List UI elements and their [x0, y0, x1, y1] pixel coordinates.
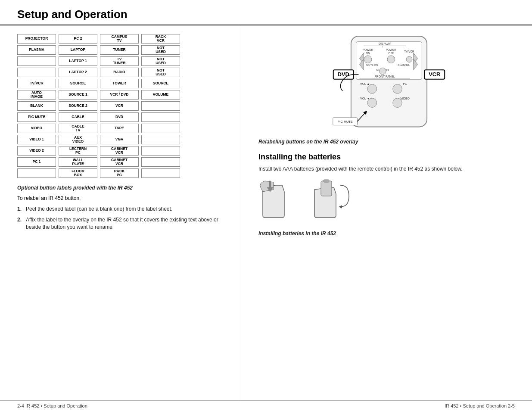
btn-tv-tuner: TVTUNER — [100, 56, 139, 66]
btn-laptop: LAPTOP — [59, 45, 97, 55]
btn-video2: VIDEO 2 — [17, 146, 56, 156]
svg-text:OFF: OFF — [388, 52, 394, 55]
main-content: PROJECTOR PC 2 CAMPUSTV RACKVCR PLASMA L… — [0, 25, 532, 400]
steps-list: 1. Peel the desired label (can be a blan… — [17, 206, 228, 230]
btn-radio: RADIO — [100, 68, 139, 77]
btn-plasma: PLASMA — [17, 45, 56, 55]
btn-vcr-dvd: VCR / DVD — [100, 90, 139, 100]
btn-source-r: SOURCE — [141, 79, 180, 88]
svg-point-11 — [387, 56, 395, 63]
btn-empty-2 — [17, 68, 56, 77]
right-column: DISPLAY POWER ON POWER OFF TV/VCR MU — [241, 25, 532, 400]
btn-vga: VGA — [100, 135, 139, 144]
step-2-content: Affix the label to the overlay on the IR… — [26, 216, 228, 231]
btn-rack-vcr: RACKVCR — [141, 34, 180, 44]
svg-point-30 — [392, 98, 402, 108]
batteries-body-text: Install two AAA batteries (provided with… — [258, 165, 519, 173]
svg-text:VOL ▲: VOL ▲ — [360, 82, 370, 85]
btn-tape: TAPE — [100, 124, 139, 133]
svg-text:VIDEO: VIDEO — [400, 97, 409, 100]
svg-text:POWER: POWER — [363, 48, 373, 51]
btn-lectern-pc: LECTERNPC — [59, 146, 97, 156]
footer-right-text: IR 452 • Setup and Operation 2-5 — [445, 403, 515, 408]
btn-pc2: PC 2 — [59, 34, 97, 44]
svg-point-25 — [367, 84, 377, 94]
page-header: Setup and Operation — [0, 0, 532, 25]
svg-text:PC: PC — [403, 82, 407, 85]
page-container: Setup and Operation PROJECTOR PC 2 CAMPU… — [0, 0, 532, 411]
svg-text:ON: ON — [366, 52, 370, 55]
step-1-content: Peel the desired label (can be a blank o… — [26, 206, 228, 213]
btn-volume: VOLUME — [141, 90, 180, 100]
btn-laptop1: LAPTOP 1 — [59, 56, 97, 66]
btn-cabinet-vcr2: CABINETVCR — [100, 157, 139, 167]
page-title: Setup and Operation — [17, 8, 515, 21]
svg-text:VCR: VCR — [429, 71, 440, 78]
btn-campus-tv: CAMPUSTV — [100, 34, 139, 44]
btn-empty-5 — [141, 124, 180, 133]
svg-text:TV/VCR: TV/VCR — [404, 50, 414, 53]
btn-pc1: PC 1 — [17, 157, 56, 167]
btn-pic-mute: PIC MUTE — [17, 112, 56, 122]
svg-text:CHANNEL: CHANNEL — [398, 64, 410, 66]
svg-point-29 — [367, 98, 377, 108]
btn-dvd: DVD — [100, 112, 139, 122]
svg-point-10 — [364, 56, 372, 63]
btn-floor-box: FLOORBOX — [59, 168, 97, 178]
batteries-caption: Installing batteries in the IR 452 — [258, 230, 519, 237]
batteries-heading: Installing the batteries — [258, 153, 519, 162]
footer-left-text: 2-4 IR 452 • Setup and Operation — [17, 403, 87, 408]
remote-diagram-container: DISPLAY POWER ON POWER OFF TV/VCR MU — [258, 34, 519, 135]
btn-tower: TOWER — [100, 79, 139, 88]
step-2-num: 2. — [17, 216, 26, 231]
svg-text:FRONT PANEL: FRONT PANEL — [374, 75, 395, 78]
btn-empty-4 — [141, 112, 180, 122]
btn-not-used-2: NOTUSED — [141, 56, 180, 66]
svg-text:PIC MUTE: PIC MUTE — [337, 120, 352, 124]
btn-empty-1 — [17, 56, 56, 66]
btn-source1: SOURCE 1 — [59, 90, 97, 100]
btn-wall-plate: WALLPLATE — [59, 157, 97, 167]
btn-video: VIDEO — [17, 124, 56, 133]
btn-auto-image: AUTOIMAGE — [17, 90, 56, 100]
svg-text:DVD: DVD — [337, 71, 349, 78]
page-footer: 2-4 IR 452 • Setup and Operation IR 452 … — [0, 400, 532, 411]
btn-not-used-3: NOTUSED — [141, 68, 180, 77]
btn-empty-10 — [141, 168, 180, 178]
svg-point-26 — [392, 84, 402, 94]
diagram-caption: Relabeling buttons on the IR 452 overlay — [258, 139, 519, 145]
btn-blank: BLANK — [17, 101, 56, 111]
btn-tv-vcr: TV/VCR — [17, 79, 56, 88]
btn-tuner: TUNER — [100, 45, 139, 55]
btn-rack-pc: RACKPC — [100, 168, 139, 178]
svg-point-12 — [406, 56, 412, 62]
btn-cabinet-vcr1: CABINETVCR — [100, 146, 139, 156]
btn-projector: PROJECTOR — [17, 34, 56, 44]
intro-text: To relabel an IR 452 button, — [17, 195, 228, 201]
btn-source2: SOURCE 2 — [59, 101, 97, 111]
svg-point-20 — [379, 68, 386, 75]
btn-not-used-1: NOTUSED — [141, 45, 180, 55]
btn-laptop2: LAPTOP 2 — [59, 68, 97, 77]
remote-diagram-svg: DISPLAY POWER ON POWER OFF TV/VCR MU — [307, 34, 471, 135]
svg-text:MUTE ON: MUTE ON — [366, 64, 378, 66]
step-1: 1. Peel the desired label (can be a blan… — [17, 206, 228, 213]
left-column: PROJECTOR PC 2 CAMPUSTV RACKVCR PLASMA L… — [0, 25, 241, 400]
btn-cable: CABLE — [59, 112, 97, 122]
btn-video1: VIDEO 1 — [17, 135, 56, 144]
step-1-num: 1. — [17, 206, 26, 213]
btn-source: SOURCE — [59, 79, 97, 88]
btn-empty-7 — [141, 146, 180, 156]
svg-text:VOL ▼: VOL ▼ — [360, 97, 370, 100]
btn-vcr: VCR — [100, 101, 139, 111]
battery-diagram-svg — [258, 179, 353, 226]
btn-cable-tv: CABLETV — [59, 124, 97, 133]
button-section-title: Optional button labels provided with the… — [17, 185, 228, 191]
svg-text:DISPLAY: DISPLAY — [379, 42, 391, 45]
battery-diagram-container — [258, 179, 519, 226]
svg-text:POWER: POWER — [386, 48, 396, 51]
svg-rect-39 — [321, 181, 332, 196]
btn-empty-6 — [141, 135, 180, 144]
step-2: 2. Affix the label to the overlay on the… — [17, 216, 228, 231]
svg-rect-40 — [324, 180, 329, 182]
